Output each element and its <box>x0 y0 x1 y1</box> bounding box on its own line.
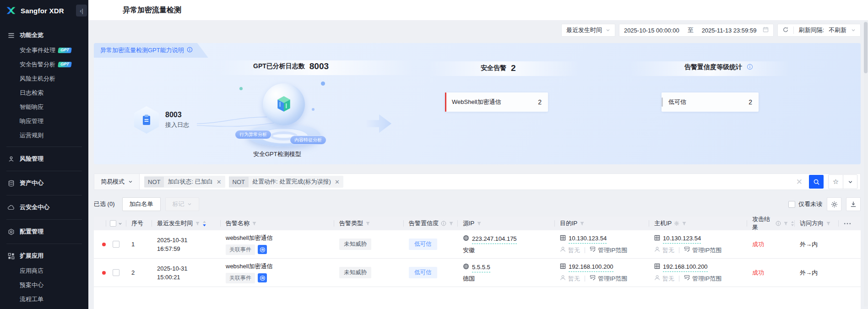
filter-funnel-icon[interactable] <box>449 221 454 226</box>
related-event-tag[interactable]: 关联事件 <box>226 244 255 255</box>
sidebar-group-3[interactable]: 云安全中心 <box>0 200 88 215</box>
expand-filter-button[interactable] <box>843 175 857 189</box>
filter-chip[interactable]: NOT 加白状态: 已加白 ✕ <box>144 176 225 188</box>
sidebar-group-1[interactable]: 风险管理 <box>0 151 88 167</box>
row-checkbox[interactable] <box>113 241 119 248</box>
clear-filters-icon[interactable]: ✕ <box>796 177 803 187</box>
row-checkbox[interactable] <box>113 269 119 276</box>
sidebar-item[interactable]: 运营规则 <box>0 128 88 142</box>
filter-mode-select[interactable]: 简易模式 <box>94 174 140 190</box>
filter-funnel-icon[interactable] <box>477 221 482 226</box>
export-download-button[interactable] <box>846 197 861 211</box>
sidebar-group-0[interactable]: 功能全览 <box>0 27 88 43</box>
host-scope-link[interactable]: 管理IP范围 <box>692 247 722 254</box>
column-header-confidence[interactable]: 告警置信度 <box>403 217 457 230</box>
related-event-tag[interactable]: 关联事件 <box>226 273 255 283</box>
alert-card-webshell[interactable]: WebShell加密通信 2 <box>445 92 548 112</box>
sidebar-group-5[interactable]: 扩展应用 <box>0 248 88 264</box>
unread-checkbox[interactable] <box>788 201 795 208</box>
search-button[interactable] <box>809 175 824 189</box>
unread-dot <box>102 271 106 275</box>
filter-funnel-icon[interactable] <box>783 221 788 226</box>
filter-funnel-icon[interactable] <box>195 221 200 226</box>
dst-scope-link[interactable]: 管理IP范围 <box>598 247 627 254</box>
column-header-time[interactable]: 最近发生时间 <box>152 217 220 230</box>
host-grid-icon <box>560 235 566 243</box>
chip-remove-icon[interactable]: ✕ <box>334 177 343 187</box>
dst-ip-link[interactable]: 192.168.100.200 <box>569 263 613 272</box>
host-ip-link[interactable]: 192.168.100.200 <box>663 263 708 272</box>
time-field-select[interactable]: 最近发生时间 <box>561 24 615 37</box>
whitelist-button[interactable]: 加白名单 <box>122 197 161 211</box>
filter-funnel-icon[interactable] <box>365 221 370 226</box>
filter-chip[interactable]: NOT 处置动作: 处置完成(标为误报) ✕ <box>229 176 343 188</box>
column-header-dst[interactable]: 目的IP <box>554 217 649 230</box>
info-icon[interactable] <box>776 221 781 226</box>
alert-name-link[interactable]: webshell加密通信 <box>226 262 334 271</box>
host-scope-link[interactable]: 管理IP范围 <box>692 275 722 282</box>
column-header-host[interactable]: 主机IP <box>649 217 747 230</box>
sidebar-collapse-button[interactable]: ‹| <box>76 5 87 16</box>
alert-type-tag: 未知威胁 <box>339 239 371 250</box>
gpt-icon[interactable] <box>258 273 267 282</box>
column-header-direction[interactable]: 访问方向 <box>794 217 838 230</box>
sort-icon[interactable] <box>791 221 794 227</box>
select-all-checkbox[interactable] <box>110 220 116 227</box>
info-icon[interactable] <box>747 64 753 71</box>
select-all[interactable] <box>106 217 126 230</box>
mark-button[interactable]: 标记 <box>165 197 199 211</box>
chevron-down-icon <box>606 27 610 34</box>
date-range-picker[interactable]: 2025-10-15 00:00:00 至 2025-11-13 23:59:5… <box>619 24 774 37</box>
filter-funnel-icon[interactable] <box>682 221 687 226</box>
dst-scope-link[interactable]: 管理IP范围 <box>598 275 627 282</box>
column-header-name[interactable]: 告警名称 <box>220 217 334 230</box>
refresh-icon[interactable] <box>782 27 789 34</box>
table-row[interactable]: 2 2025-10-31 15:00:21 webshell加密通信 关联事件 … <box>94 259 861 287</box>
sidebar-item[interactable]: 响应管理 <box>0 114 88 128</box>
src-ip-link[interactable]: 223.247.104.175 <box>472 235 517 244</box>
filter-funnel-icon[interactable] <box>252 221 257 226</box>
column-label: 告警类型 <box>339 219 363 228</box>
sort-icon-desc[interactable] <box>202 220 206 227</box>
chevron-down-icon <box>128 179 133 185</box>
dst-ip-link[interactable]: 10.130.123.54 <box>569 234 607 244</box>
src-ip-link[interactable]: 5.5.5.5 <box>472 263 490 272</box>
info-icon[interactable] <box>441 221 446 226</box>
column-header-src[interactable]: 源IP <box>457 217 554 230</box>
table-row[interactable]: 1 2025-10-31 16:57:59 webshell加密通信 关联事件 … <box>94 230 861 259</box>
sidebar-item[interactable]: 安全事件处理GPT <box>0 43 88 57</box>
row-alert-name: webshell加密通信 关联事件 <box>220 262 334 283</box>
column-header-result[interactable]: 攻击结果 <box>747 217 794 230</box>
alert-name-link[interactable]: webshell加密通信 <box>226 234 334 242</box>
chip-remove-icon[interactable]: ✕ <box>216 177 225 187</box>
sidebar-item[interactable]: 应用商店 <box>0 264 88 278</box>
confidence-card-low[interactable]: 低可信 2 <box>662 92 759 112</box>
gpt-capability-tab[interactable]: 异常加密流量检测GPT能力说明 <box>94 43 208 58</box>
favorite-star-button[interactable]: ☆ <box>829 175 843 189</box>
info-icon[interactable] <box>187 47 193 54</box>
sidebar-item[interactable]: 风险主机分析 <box>0 71 88 86</box>
sidebar-item-label: 流程工单 <box>20 295 43 304</box>
column-gear-icon[interactable] <box>674 221 679 226</box>
sidebar-item[interactable]: 智能响应 <box>0 100 88 114</box>
table-settings-button[interactable] <box>827 197 841 211</box>
host-ip-link[interactable]: 10.130.123.54 <box>663 234 701 244</box>
sidebar-item-label: 安全告警分析 <box>20 60 55 69</box>
unread-only-toggle[interactable]: 仅看未读 <box>788 200 822 208</box>
dst-ip-cell: 10.130.123.54 暂无 管理IP范围 <box>554 234 649 254</box>
scrollbar-thumb[interactable] <box>864 22 868 73</box>
sidebar-item[interactable]: 预案中心 <box>0 278 88 292</box>
column-header-type[interactable]: 告警类型 <box>334 217 403 230</box>
refresh-interval-value[interactable]: 不刷新 <box>829 26 846 34</box>
sidebar-item[interactable]: 流程工单 <box>0 292 88 306</box>
ingest-value: 8003 <box>165 111 189 119</box>
filter-funnel-icon[interactable] <box>826 221 831 226</box>
gpt-icon[interactable] <box>258 245 267 254</box>
filter-funnel-icon[interactable] <box>580 221 585 226</box>
divider <box>6 171 82 171</box>
sidebar-group-2[interactable]: 资产中心 <box>0 175 88 191</box>
column-menu-button[interactable] <box>838 217 861 230</box>
sidebar-item[interactable]: 日志检索 <box>0 86 88 100</box>
sidebar-item[interactable]: 安全告警分析GPT <box>0 57 88 71</box>
sidebar-group-4[interactable]: 配置管理 <box>0 224 88 239</box>
